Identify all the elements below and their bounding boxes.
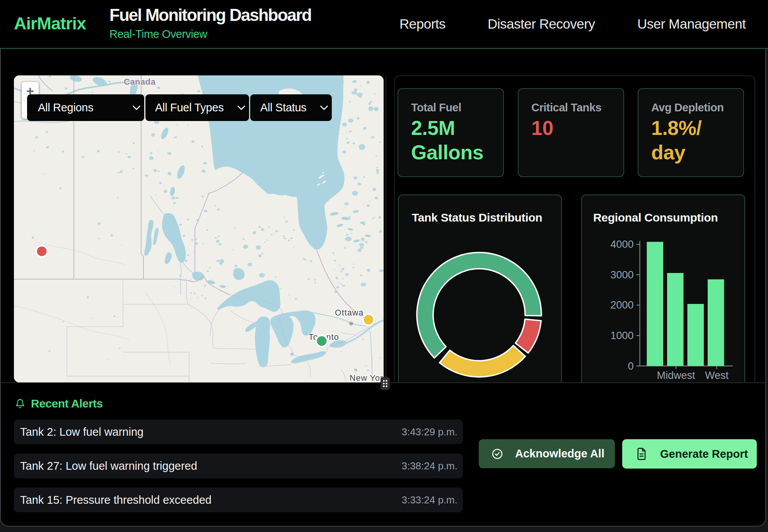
svg-text:3000: 3000 xyxy=(610,269,633,281)
svg-text:West: West xyxy=(705,370,729,381)
svg-text:0: 0 xyxy=(628,360,633,372)
svg-text:4000: 4000 xyxy=(610,239,633,250)
svg-text:Ottawa: Ottawa xyxy=(335,308,364,317)
svg-text:New York: New York xyxy=(350,373,384,382)
svg-text:Canada: Canada xyxy=(124,77,156,87)
svg-text:Midwest: Midwest xyxy=(657,370,695,381)
svg-text:2000: 2000 xyxy=(610,299,633,311)
svg-text:1000: 1000 xyxy=(610,330,633,341)
